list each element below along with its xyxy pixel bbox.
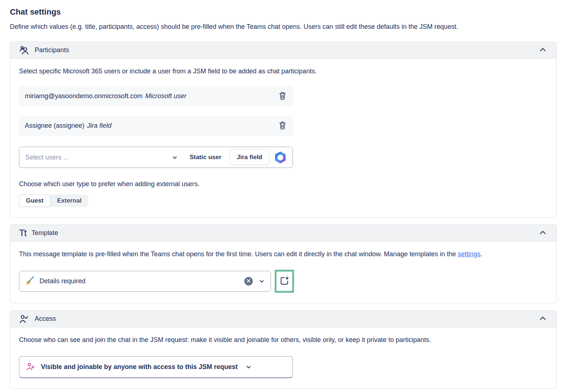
guest-option[interactable]: Guest bbox=[19, 195, 50, 207]
clear-template-button[interactable] bbox=[244, 277, 253, 285]
external-option[interactable]: External bbox=[50, 195, 88, 207]
chevron-down-icon[interactable] bbox=[259, 278, 265, 284]
template-section-header[interactable]: Tt Template bbox=[10, 225, 556, 242]
access-select[interactable]: Visible and joinable by anyone with acce… bbox=[19, 356, 293, 378]
participant-type: Jira field bbox=[87, 122, 111, 130]
collapse-access-button[interactable] bbox=[538, 314, 548, 324]
template-select[interactable]: Details required bbox=[19, 271, 271, 292]
participants-description: Select specific Microsoft 365 users or i… bbox=[19, 66, 548, 77]
jira-field-toggle[interactable]: Jira field bbox=[229, 150, 270, 165]
template-section-body: This message template is pre-filled when… bbox=[10, 249, 556, 303]
participant-row: Assignee (assignee) Jira field bbox=[19, 116, 293, 136]
writing-hand-icon bbox=[25, 276, 35, 287]
collapse-participants-button[interactable] bbox=[538, 45, 548, 55]
template-selected-value: Details required bbox=[39, 277, 85, 285]
participants-section-header[interactable]: Participants bbox=[10, 42, 556, 59]
participants-section: Participants Select specific Microsoft 3… bbox=[10, 42, 557, 218]
chevron-up-icon bbox=[539, 314, 547, 323]
text-style-icon: Tt bbox=[19, 229, 26, 238]
user-check-icon bbox=[19, 314, 29, 324]
chevron-up-icon bbox=[539, 46, 547, 55]
user-select[interactable]: Select users ... bbox=[25, 147, 186, 168]
user-select-row: Select users ... Static user Jira field bbox=[19, 147, 293, 168]
user-type-toggle: Guest External bbox=[19, 195, 88, 207]
open-template-editor-highlight bbox=[275, 270, 294, 293]
chevron-down-icon bbox=[172, 154, 186, 161]
static-user-toggle[interactable]: Static user bbox=[186, 154, 225, 161]
user-type-hint: Choose which user type to prefer when ad… bbox=[19, 179, 548, 189]
template-row: Details required bbox=[19, 270, 548, 293]
collapse-template-button[interactable] bbox=[538, 228, 548, 238]
chevron-down-icon bbox=[245, 364, 252, 370]
participant-row: miriamg@yasoondemo.onmicrosoft.com Micro… bbox=[19, 86, 293, 106]
open-template-editor-button[interactable] bbox=[279, 276, 289, 287]
delete-participant-button[interactable] bbox=[279, 92, 286, 101]
access-description: Choose who can see and join the chat in … bbox=[19, 335, 548, 345]
chevron-up-icon bbox=[539, 228, 547, 238]
template-description: This message template is pre-filled when… bbox=[19, 249, 519, 260]
settings-link[interactable]: settings bbox=[458, 250, 480, 258]
access-section-header[interactable]: Access bbox=[10, 311, 556, 327]
template-description-text: This message template is pre-filled when… bbox=[19, 250, 458, 258]
access-selected-value: Visible and joinable by anyone with acce… bbox=[41, 363, 238, 371]
trash-icon bbox=[279, 92, 286, 101]
access-section-body: Choose who can see and join the chat in … bbox=[10, 335, 556, 388]
delete-participant-button[interactable] bbox=[279, 121, 286, 131]
access-section: Access Choose who can see and join the c… bbox=[10, 310, 557, 389]
template-description-period: . bbox=[480, 250, 482, 258]
circle-x-icon bbox=[247, 278, 251, 284]
new-window-plus-icon bbox=[279, 276, 289, 287]
participants-section-body: Select specific Microsoft 365 users or i… bbox=[10, 66, 556, 217]
trash-icon bbox=[279, 121, 286, 131]
user-plus-icon bbox=[26, 362, 35, 373]
access-section-title: Access bbox=[35, 315, 56, 323]
users-icon bbox=[19, 45, 29, 55]
microsoft-365-logo bbox=[274, 151, 287, 164]
participants-section-title: Participants bbox=[35, 46, 69, 54]
page-description: Define which values (e.g. title, partici… bbox=[10, 21, 496, 32]
user-select-placeholder: Select users ... bbox=[25, 154, 69, 161]
page-title: Chat settings bbox=[10, 7, 557, 17]
participant-name: Assignee (assignee) bbox=[25, 122, 84, 130]
template-section-title: Template bbox=[31, 229, 58, 237]
participant-name: miriamg@yasoondemo.onmicrosoft.com bbox=[25, 92, 142, 100]
participant-type: Microsoft user bbox=[145, 92, 186, 100]
template-section: Tt Template This message template is pre… bbox=[10, 224, 557, 303]
chat-settings-page: Chat settings Define which values (e.g. … bbox=[0, 0, 568, 389]
